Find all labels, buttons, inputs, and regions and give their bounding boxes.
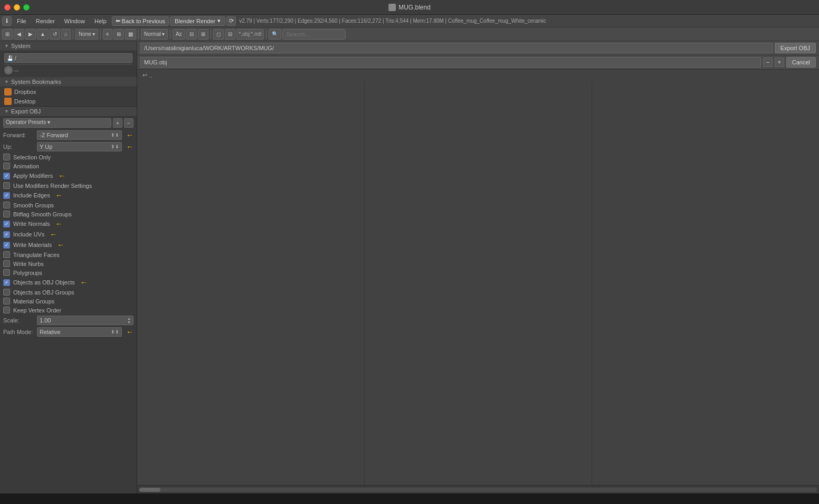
file-path-input[interactable] xyxy=(140,43,773,53)
checkbox-row-triangulate_faces[interactable]: Triangulate Faces xyxy=(0,250,137,259)
checkbox-include_uvs[interactable] xyxy=(3,231,10,238)
checkbox-selection_only[interactable] xyxy=(3,154,10,160)
up-row: Up: Y Up ⬆⬇ ← xyxy=(0,141,137,153)
filename-minus-btn[interactable]: − xyxy=(763,58,773,67)
column-view-btn[interactable]: ▦ xyxy=(125,29,136,40)
sort-btn[interactable]: Az xyxy=(173,29,185,40)
system-section-content: 💾 / ○ — xyxy=(0,51,137,77)
checkbox-row-apply_modifiers[interactable]: Apply Modifiers← xyxy=(0,170,137,181)
checkbox-row-write_normals[interactable]: Write Normals← xyxy=(0,218,137,229)
checkbox-row-bitflag_smooth_groups[interactable]: Bitflag Smooth Groups xyxy=(0,210,137,218)
checkbox-include_edges[interactable] xyxy=(3,192,10,199)
filter-btn[interactable]: ⊟ xyxy=(186,29,197,40)
checkbox-row-material_groups[interactable]: Material Groups xyxy=(0,297,137,306)
checkbox-bitflag_smooth_groups[interactable] xyxy=(3,211,10,217)
checkbox-row-write_nurbs[interactable]: Write Nurbs xyxy=(0,259,137,268)
close-button[interactable] xyxy=(4,4,11,11)
back-to-previous-button[interactable]: ⬅ Back to Previous xyxy=(112,16,169,26)
window-controls[interactable] xyxy=(4,4,30,11)
checkbox-apply_modifiers[interactable] xyxy=(3,173,10,179)
cancel-button[interactable]: Cancel xyxy=(786,57,816,68)
minimize-button[interactable] xyxy=(14,4,20,11)
preset-add-btn[interactable]: + xyxy=(113,118,122,128)
menu-file[interactable]: File xyxy=(13,17,31,25)
bookmark-dropbox[interactable]: Dropbox xyxy=(0,87,137,97)
filesystem-path[interactable]: 💾 / xyxy=(4,53,132,63)
layer-btn[interactable]: ⊟ xyxy=(225,29,235,40)
collapse-arrow: ▼ xyxy=(4,43,9,49)
info-icon-btn[interactable]: ℹ xyxy=(2,16,12,26)
filename-input[interactable] xyxy=(140,57,761,68)
parent-dir-item[interactable]: ↩ .. xyxy=(137,70,819,81)
display-mode-select[interactable]: Normal ▾ xyxy=(141,29,168,40)
checkbox-write_nurbs[interactable] xyxy=(3,260,10,267)
checkbox-objects_as_obj_groups[interactable] xyxy=(3,289,10,296)
checkbox-row-objects_as_obj_objects[interactable]: Objects as OBJ Objects← xyxy=(0,277,137,288)
path-mode-select[interactable]: Relative ⬆⬇ xyxy=(37,327,122,337)
checkbox-label-smooth_groups: Smooth Groups xyxy=(13,202,54,208)
view-mode-select[interactable]: None ▾ xyxy=(75,29,98,40)
view-icon-btn[interactable]: ⊞ xyxy=(2,29,13,40)
filter-btn-2[interactable]: ⊞ xyxy=(198,29,208,40)
filename-bar: − + Cancel xyxy=(137,55,819,70)
cycles-icon[interactable]: ⟳ xyxy=(226,16,236,26)
checkbox-label-objects_as_obj_groups: Objects as OBJ Groups xyxy=(13,289,74,296)
scrollbar-thumb[interactable] xyxy=(139,488,160,492)
operator-presets-select[interactable]: Operator Presets ▾ xyxy=(3,118,111,128)
export-obj-section-header[interactable]: ▼ Export OBJ xyxy=(0,106,137,117)
checkbox-keep_vertex_order[interactable] xyxy=(3,307,10,313)
checkbox-row-smooth_groups[interactable]: Smooth Groups xyxy=(0,201,137,210)
horizontal-scrollbar[interactable] xyxy=(137,485,819,493)
list-view-btn[interactable]: ≡ xyxy=(103,29,112,40)
parent-dir-arrow: ↩ xyxy=(142,72,147,79)
preset-remove-btn[interactable]: − xyxy=(124,118,134,128)
visibility-btn[interactable]: ◻ xyxy=(213,29,224,40)
checkbox-material_groups[interactable] xyxy=(3,298,10,305)
grid-view-btn[interactable]: ⊞ xyxy=(113,29,124,40)
up-label: Up: xyxy=(3,144,35,150)
checkbox-row-animation[interactable]: Animation xyxy=(0,161,137,170)
checkbox-polygroups[interactable] xyxy=(3,269,10,276)
file-col-1 xyxy=(137,81,365,485)
menu-window[interactable]: Window xyxy=(60,17,89,25)
checkbox-row-use_modifiers_render[interactable]: Use Modifiers Render Settings xyxy=(0,181,137,190)
scale-field[interactable]: 1.00 ▲ ▼ xyxy=(37,316,134,325)
checkbox-row-include_uvs[interactable]: Include UVs← xyxy=(0,229,137,240)
checkbox-write_normals[interactable] xyxy=(3,221,10,227)
renderer-select[interactable]: Blender Render ▾ xyxy=(170,16,225,26)
bookmark-desktop[interactable]: Desktop xyxy=(0,97,137,106)
nav-back-btn[interactable]: ◀ xyxy=(14,29,24,40)
up-select[interactable]: Y Up ⬆⬇ xyxy=(37,142,122,151)
checkboxes-list: Selection OnlyAnimationApply Modifiers←U… xyxy=(0,153,137,315)
checkbox-row-polygroups[interactable]: Polygroups xyxy=(0,268,137,277)
bookmarks-section-header[interactable]: ▼ System Bookmarks xyxy=(0,77,137,87)
checkbox-triangulate_faces[interactable] xyxy=(3,251,10,258)
checkbox-row-selection_only[interactable]: Selection Only xyxy=(0,153,137,161)
forward-select[interactable]: -Z Forward ⬆⬇ xyxy=(37,130,122,140)
checkbox-row-include_edges[interactable]: Include Edges← xyxy=(0,190,137,201)
menu-help[interactable]: Help xyxy=(90,17,111,25)
checkbox-row-keep_vertex_order[interactable]: Keep Vertex Order xyxy=(0,306,137,315)
title-bar: MUG.blend xyxy=(0,0,819,15)
nav-forward-btn[interactable]: ▶ xyxy=(25,29,36,40)
refresh-btn[interactable]: ↺ xyxy=(50,29,60,40)
menu-render[interactable]: Render xyxy=(32,17,59,25)
dropdown-arrow-presets: ▾ xyxy=(47,119,50,125)
operator-presets-row: Operator Presets ▾ + − xyxy=(0,117,137,129)
checkbox-animation[interactable] xyxy=(3,163,10,169)
filename-plus-btn[interactable]: + xyxy=(775,58,784,67)
maximize-button[interactable] xyxy=(23,4,30,11)
export-obj-button[interactable]: Export OBJ xyxy=(775,43,816,53)
checkbox-row-objects_as_obj_groups[interactable]: Objects as OBJ Groups xyxy=(0,288,137,297)
nav-up-btn[interactable]: ▲ xyxy=(37,29,49,40)
search-input[interactable] xyxy=(282,29,346,40)
home-btn[interactable]: ⌂ xyxy=(61,29,71,40)
search-icon-btn[interactable]: 🔍 xyxy=(269,29,281,40)
checkbox-write_materials[interactable] xyxy=(3,242,10,249)
path-row: ○ — xyxy=(4,65,132,75)
checkbox-smooth_groups[interactable] xyxy=(3,202,10,208)
system-section-header[interactable]: ▼ System xyxy=(0,41,137,51)
checkbox-use_modifiers_render[interactable] xyxy=(3,182,10,189)
checkbox-objects_as_obj_objects[interactable] xyxy=(3,279,10,286)
checkbox-row-write_materials[interactable]: Write Materials← xyxy=(0,240,137,250)
